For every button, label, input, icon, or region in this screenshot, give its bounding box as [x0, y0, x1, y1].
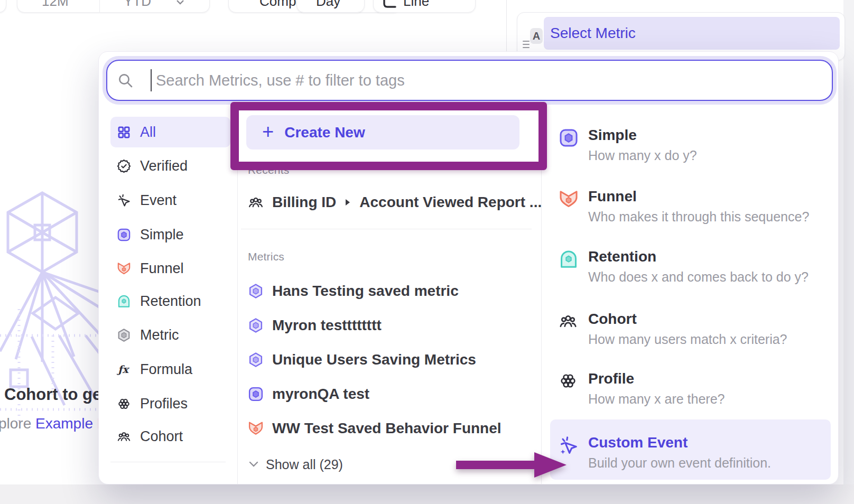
sidebar-item-retention[interactable]: Retention — [110, 286, 230, 316]
simple-metric-icon — [559, 128, 579, 148]
background-headline: Cohort to ge — [4, 385, 101, 404]
sidebar-item-all[interactable]: All — [110, 117, 230, 147]
profiles-cluster-icon — [117, 397, 131, 411]
event-cursor-icon — [117, 193, 131, 208]
metric-list-item[interactable]: WW Test Saved Behavior Funnel — [248, 418, 502, 439]
sidebar-item-metric[interactable]: Metric — [110, 320, 230, 350]
annotation-box — [230, 102, 547, 170]
type-option-funnel[interactable]: Funnel Who makes it through this sequenc… — [550, 188, 831, 234]
type-option-profile[interactable]: Profile How many x are there? — [550, 370, 831, 416]
window-bottom-band — [0, 484, 854, 504]
svg-text:ƒx: ƒx — [117, 363, 129, 376]
funnel-icon — [248, 421, 264, 436]
chevron-down-icon — [249, 461, 258, 468]
simple-metric-icon — [248, 386, 264, 402]
type-option-cohort[interactable]: Cohort How many users match x criteria? — [550, 311, 831, 356]
metric-hexagon-icon — [248, 318, 264, 333]
background-subtext-prefix: xplore — [0, 415, 35, 432]
sidebar-item-verified[interactable]: Verified — [110, 151, 230, 181]
metric-hexagon-icon — [248, 352, 264, 368]
chevron-down-icon — [176, 0, 184, 5]
cohort-people-icon — [248, 194, 264, 210]
line-chart-icon — [382, 0, 397, 9]
example-link[interactable]: Example R — [35, 415, 108, 432]
sidebar-item-profiles[interactable]: Profiles — [110, 388, 230, 419]
sidebar-item-cohort[interactable]: Cohort — [110, 421, 230, 452]
right-gutter — [843, 0, 854, 504]
metric-list-item[interactable]: Myron testttttttt — [248, 315, 382, 336]
cohort-people-icon — [117, 430, 131, 444]
verified-badge-icon — [117, 159, 131, 173]
sidebar-divider — [110, 462, 226, 462]
toolbar-partial-button[interactable] — [0, 0, 6, 13]
background-subtext: xplore Example R — [0, 415, 108, 432]
text-caret — [151, 69, 152, 91]
type-option-simple[interactable]: Simple How many x do y? — [550, 127, 831, 172]
type-option-retention[interactable]: Retention Who does x and comes back to d… — [550, 248, 831, 294]
segment-divider — [99, 0, 100, 12]
metrics-heading: Metrics — [248, 250, 284, 263]
range-12m-button[interactable]: 12M — [42, 0, 69, 10]
profiles-cluster-icon — [559, 371, 578, 390]
sidebar-item-funnel[interactable]: Funnel — [110, 253, 230, 284]
chart-type-button[interactable]: Line — [373, 0, 476, 13]
tag-icon — [117, 482, 131, 485]
sidebar-item-tags[interactable]: Tags — [110, 474, 230, 484]
metric-list-item[interactable]: myronQA test — [248, 384, 369, 405]
app-root: { "toolbar": { "range_12m": "12M", "rang… — [0, 0, 854, 504]
sidebar-item-formula[interactable]: ƒx Formula — [110, 354, 230, 385]
series-badge: A — [530, 28, 543, 44]
sidebar-item-simple[interactable]: Simple — [110, 219, 230, 250]
funnel-icon — [117, 262, 131, 276]
retention-icon — [117, 294, 131, 309]
recent-item-billing-id[interactable]: Billing ID Account Viewed Report ... — [248, 192, 542, 213]
range-ytd-button[interactable]: YTD — [124, 0, 151, 10]
select-metric-button[interactable]: Select Metric — [544, 17, 840, 50]
section-divider — [241, 229, 532, 229]
drag-handle-icon[interactable] — [523, 41, 530, 49]
metric-list-item[interactable]: Unique Users Saving Metrics — [248, 349, 476, 370]
metric-search[interactable] — [106, 60, 833, 101]
background-wireframe-illustration — [0, 177, 111, 494]
select-metric-label: Select Metric — [550, 25, 636, 42]
metric-hexagon-icon — [117, 328, 131, 342]
arrow-right-separator-icon — [345, 198, 351, 207]
metric-list-item[interactable]: Hans Testing saved metric — [248, 281, 459, 302]
simple-metric-icon — [117, 228, 131, 242]
annotation-arrow — [449, 443, 571, 487]
search-input[interactable] — [155, 71, 832, 90]
formula-icon: ƒx — [117, 362, 131, 377]
granularity-button[interactable]: Day — [296, 0, 365, 13]
metric-hexagon-icon — [248, 283, 264, 299]
sidebar-item-event[interactable]: Event — [110, 185, 230, 216]
funnel-icon — [559, 189, 579, 209]
grid-icon — [117, 125, 131, 139]
cohort-people-icon — [559, 312, 578, 331]
type-option-custom-event[interactable]: Custom Event Build your own event defini… — [550, 419, 831, 480]
retention-icon — [559, 249, 579, 269]
search-icon — [117, 72, 134, 89]
show-all-button[interactable]: Show all (29) — [249, 454, 343, 475]
date-range-control[interactable]: 12M YTD — [17, 0, 210, 13]
